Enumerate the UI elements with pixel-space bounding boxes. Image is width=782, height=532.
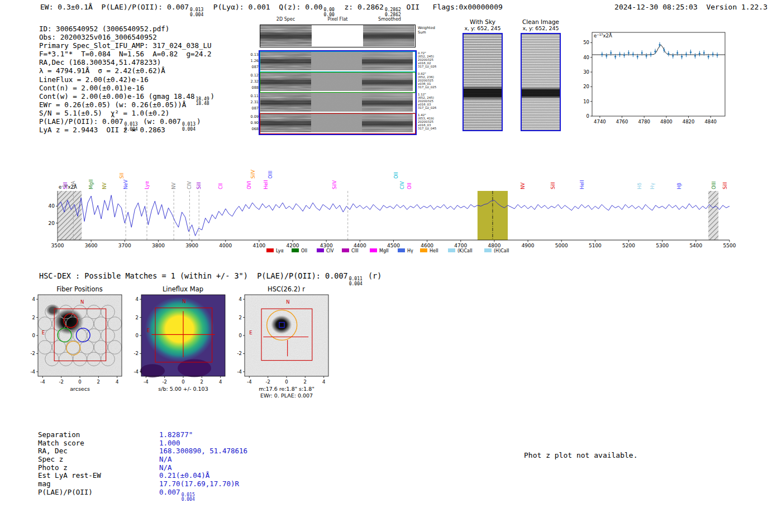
- label-line: 0.12: [249, 73, 259, 79]
- table-value: 0.21(±0.04)Å: [159, 471, 209, 480]
- data-point: [676, 52, 678, 54]
- info-line: Obs: 20200325v016_3006540952: [39, 33, 214, 41]
- legend-label: HeII: [430, 248, 438, 253]
- legend-swatch-Lyα: [266, 248, 274, 252]
- label-line: Weighted: [418, 26, 435, 30]
- line-label-Hγ: Hγ: [650, 183, 655, 189]
- sub-value: 18.48: [196, 102, 209, 107]
- spec2d-cell-spec: [260, 114, 311, 132]
- text-segment: Cont(n) = 2.00(±0.01)e-16: [39, 84, 144, 92]
- data-point: [601, 54, 603, 55]
- flat-noise: [311, 93, 362, 112]
- sub-value: 0.004: [190, 13, 203, 18]
- x-tick-label: 4: [116, 379, 118, 385]
- spec2d-cell-flat: [311, 52, 362, 70]
- line-label-HeII: HeII: [263, 180, 269, 189]
- with-sky-title: With Sky: [460, 18, 505, 25]
- data-point: [641, 52, 643, 54]
- table-row: Separation1.82877": [38, 430, 247, 439]
- x-tick-label: 3500: [51, 243, 64, 248]
- text-segment: P(Lyα): 0.001 Q(z): 0.00: [204, 3, 322, 11]
- x-tick-label: 5200: [622, 243, 635, 248]
- line-label-Lyα: Lyα: [144, 181, 150, 189]
- fiber-weight-label: 0.112.31087: [249, 93, 259, 112]
- x-tick-label: 2: [304, 379, 307, 385]
- text-segment: 1.82877": [159, 430, 193, 439]
- line-label-NeV: NeV: [123, 179, 128, 189]
- text-segment: ): [197, 117, 201, 126]
- flat-noise: [311, 114, 362, 132]
- label-line: 317_LU_026: [418, 106, 436, 109]
- fiber-weight-label: 0.131.26087: [249, 52, 259, 70]
- legend-label: Lyα: [276, 248, 284, 253]
- legend-swatch-(H)CaII: [484, 248, 492, 252]
- cell-dark-band: [362, 73, 413, 91]
- line-label-CIV: CIV: [399, 181, 405, 189]
- info-line: EWr = 0.26(±0.05) (w: 0.26(±0.05))Å: [39, 100, 214, 109]
- text-segment: N/A: [159, 455, 172, 463]
- x-tick-label: 0: [285, 379, 288, 385]
- line-label-HeII: HeII: [579, 180, 585, 189]
- spec2d-cell-spec: [260, 73, 311, 91]
- table-value: 17.70(17.69,17.70)R: [159, 480, 239, 488]
- x-tick-label: 4200: [287, 243, 299, 248]
- line-label-OIII: OIII: [268, 171, 273, 179]
- spec2d-column-title: Smoothed: [364, 17, 416, 22]
- label-line: 0.90: [249, 120, 259, 126]
- y-tick-label: 2: [32, 315, 35, 320]
- spec2d-cell-smooth: [362, 93, 413, 112]
- label-line: 317_LU_026: [418, 65, 436, 68]
- info-line: Cont(w) = 2.00(±0.00)e-16 (gmag 18.4818.…: [39, 92, 214, 100]
- x-tick-label: -4: [144, 379, 148, 385]
- text-segment: F=*3.1"* T=0.084 N=1.56 A=0.82 g=24.2: [39, 50, 212, 58]
- cell-dark-band: [260, 93, 311, 112]
- spec2d-cell-spec: [260, 93, 311, 112]
- text-segment: RA,Dec (168.300354,51.478233): [39, 58, 161, 66]
- y-tick-label: 0: [586, 113, 589, 119]
- legend-label: OII: [301, 248, 307, 253]
- x-tick-label: 4: [322, 379, 325, 385]
- y-tick-label: 50: [583, 40, 589, 45]
- cell-dark-band: [362, 114, 413, 132]
- spec2d-weighted-row: [260, 25, 416, 47]
- line-label-CIV: CIV: [187, 181, 192, 189]
- y-tick-label: 30: [583, 69, 589, 75]
- y-tick-label: 40: [583, 55, 589, 60]
- line-label-SiII: SiII: [196, 182, 202, 189]
- line-label-OIII: OIII: [711, 181, 717, 189]
- fiber-info-label: 1.42"(653, 419)20200325v016_03317_LU_045: [418, 113, 436, 130]
- table-label: RA, Dec: [38, 447, 159, 455]
- legend-label: CIII: [351, 248, 359, 253]
- data-point: [694, 55, 696, 57]
- text-segment: 17.70(17.69,17.70)R: [159, 480, 239, 488]
- x-tick-label: 4700: [454, 243, 467, 248]
- flux-units-annotation: e⁻¹⁷x2Å: [59, 184, 77, 190]
- sup-sub-stack: 0.000.00: [324, 8, 335, 17]
- clean-image-title: Clean Image: [518, 18, 563, 25]
- x-tick-label: 3800: [152, 243, 165, 248]
- x-tick-label: 4800: [488, 243, 500, 248]
- table-value: 1.82877": [159, 430, 193, 439]
- weighted-sum-label: WeightedSum: [418, 26, 435, 35]
- spec2d-cell-flat: [311, 93, 362, 112]
- x-tick-label: -2: [162, 379, 166, 385]
- label-line: 0.11: [249, 93, 259, 99]
- x-tick-label: 4300: [320, 243, 333, 248]
- spec2d-fiber-rows: [260, 51, 416, 134]
- data-point: [699, 53, 700, 55]
- ew-plae-label: EWr: 0. PLAE: 0.007: [260, 392, 313, 399]
- sup-sub-stack: 0.0130.004: [190, 8, 203, 17]
- data-point: [650, 54, 652, 55]
- dark-patch: [140, 364, 165, 377]
- label-line: 068: [249, 126, 259, 132]
- x-tick-label: 3900: [185, 243, 198, 248]
- text-segment: ID: 3006540952 (3006540952.pdf): [39, 25, 169, 33]
- north-label: N: [182, 299, 185, 304]
- table-label: Match score: [38, 439, 159, 447]
- label-line: Sum: [418, 30, 435, 35]
- info-line: Cont(n) = 2.00(±0.01)e-16: [39, 84, 214, 92]
- y-tick-label: -2: [134, 351, 139, 356]
- data-point: [663, 49, 665, 51]
- legend-swatch-Hγ: [398, 248, 405, 252]
- legend-swatch-CIII: [342, 248, 349, 252]
